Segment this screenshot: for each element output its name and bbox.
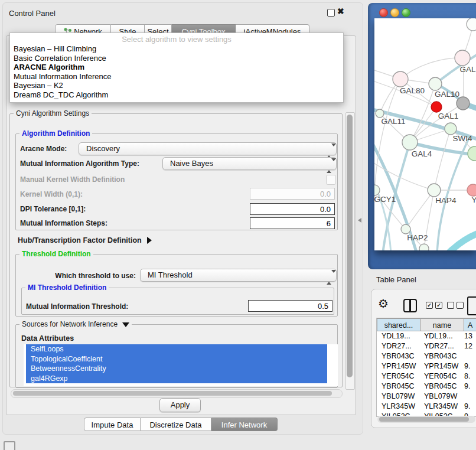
network-node[interactable]	[376, 109, 384, 118]
select-all-checkbox-icon[interactable]: ✓	[435, 302, 442, 309]
algorithm-dropdown-prompt: Select algorithm to view settings	[10, 34, 343, 44]
table-cell: YPR145W	[420, 361, 461, 371]
network-node[interactable]	[429, 77, 442, 90]
table-row[interactable]: YDL19...YDL19...13	[377, 331, 476, 341]
horizontal-scrollbar[interactable]	[11, 389, 343, 398]
table-row[interactable]: YER054CYER054C8.	[377, 371, 476, 381]
select-all-checkbox-icon[interactable]: ✓	[426, 302, 433, 309]
table-cell: YLR345W	[377, 402, 420, 412]
table-header-row: shared... name A	[377, 318, 476, 331]
mi-steps-field[interactable]: 6	[250, 217, 335, 229]
tab-infer-network[interactable]: Infer Network	[211, 418, 278, 431]
table-icon[interactable]	[467, 296, 476, 315]
scrollbar-thumb[interactable]	[347, 115, 353, 377]
algorithm-definition-legend: Algorithm Definition	[19, 129, 92, 138]
hub-definition-toggle[interactable]: Hub/Transcription Factor Definition	[18, 236, 152, 244]
list-item[interactable]: TopologicalCoefficient	[26, 354, 327, 364]
table-body: YDL19...YDL19...13YDR27...YDR27...12YBR0…	[377, 331, 476, 417]
network-node-label: GAL4	[412, 149, 432, 158]
list-item[interactable]: SelfLoops	[26, 344, 327, 354]
menu-item[interactable]: Mutual Information Inference	[10, 72, 343, 81]
network-canvas-svg: GALGAL80GAL10GAL1GAL11SWI4GAL4GCY1HAP4YH…	[374, 18, 476, 250]
menu-item[interactable]: Bayesian – K2	[10, 81, 343, 90]
aracne-mode-label: Aracne Mode:	[20, 145, 67, 153]
tab-impute-data[interactable]: Impute Data	[84, 418, 141, 431]
table-cell: YDL19...	[420, 331, 461, 341]
mi-algorithm-type-select[interactable]: Naive Bayes	[162, 157, 337, 170]
table-cell: YBR045C	[420, 381, 461, 392]
table-row[interactable]: YLR345WYLR345W9.	[377, 402, 476, 412]
mi-algorithm-type-label: Mutual Information Algorithm Type:	[20, 159, 139, 168]
vertical-scrollbar[interactable]	[345, 112, 355, 390]
table-cell: YPR145W	[377, 361, 420, 371]
menu-item[interactable]: Basic Correlation Inference	[10, 54, 343, 63]
network-canvas[interactable]: GALGAL80GAL10GAL1GAL11SWI4GAL4GCY1HAP4YH…	[374, 18, 476, 250]
close-icon[interactable]: ✖	[337, 6, 344, 16]
kernel-width-field[interactable]: 0.0	[250, 188, 335, 200]
table-row[interactable]: YBR043CYBR043C	[377, 351, 476, 361]
minimize-traffic-light[interactable]	[390, 8, 399, 17]
list-item[interactable]: gal4RGexp	[26, 374, 327, 384]
table-horizontal-scrollbar[interactable]	[377, 416, 475, 423]
network-node[interactable]	[401, 224, 410, 234]
dpi-tolerance-field[interactable]: 0.0	[250, 203, 335, 215]
network-node-label: HAP2	[407, 233, 428, 242]
network-node[interactable]	[468, 146, 476, 161]
table-cell: 12	[461, 341, 476, 351]
sources-legend[interactable]: Sources for Network Inference	[19, 320, 132, 328]
network-node[interactable]	[455, 50, 470, 66]
network-node[interactable]	[445, 123, 457, 135]
gear-icon[interactable]: ⚙	[378, 298, 389, 309]
splitter-collapse-arrow[interactable]	[358, 218, 361, 223]
deselect-checkbox-icon[interactable]	[447, 302, 454, 309]
minimized-panel-icon[interactable]	[4, 441, 15, 450]
table-row[interactable]: YBR045CYBR045C9.	[377, 381, 476, 392]
deselect-checkbox-icon[interactable]	[457, 302, 464, 309]
chevron-updown-icon	[327, 145, 332, 154]
kernel-width-label: Kernel Width (0,1):	[20, 190, 83, 198]
network-node[interactable]	[402, 135, 418, 150]
table-cell	[461, 392, 476, 402]
float-icon[interactable]	[327, 9, 335, 17]
network-node[interactable]	[431, 102, 442, 112]
table-cell: 13	[461, 331, 476, 341]
table-row[interactable]: YBL079WYBL079W	[377, 392, 476, 402]
table-cell: YBL079W	[420, 392, 461, 402]
manual-kernel-width-checkbox[interactable]	[326, 175, 336, 185]
menu-item-highlighted[interactable]: ARACNE Algorithm	[10, 63, 343, 72]
mi-threshold-field[interactable]: 0.5	[248, 300, 332, 312]
table-row[interactable]: YPR145WYPR145W9.	[377, 361, 476, 371]
list-item[interactable]: BetweennessCentrality	[26, 364, 327, 374]
bottom-tabbar: Impute Data Discretize Data Infer Networ…	[84, 418, 278, 431]
data-attributes-list[interactable]: SelfLoops TopologicalCoefficient Between…	[24, 344, 338, 386]
column-header[interactable]: shared...	[377, 318, 420, 331]
table-cell: YBR045C	[377, 381, 420, 392]
table-cell: YDR27...	[377, 341, 420, 351]
column-header[interactable]: A	[464, 318, 476, 331]
network-node-label: HAP4	[435, 196, 457, 205]
mi-threshold-label: Mutual Information Threshold:	[26, 302, 128, 311]
scrollbar-thumb[interactable]	[379, 417, 469, 422]
zoom-traffic-light[interactable]	[402, 8, 410, 17]
close-traffic-light[interactable]	[379, 8, 388, 17]
menu-item[interactable]: Bayesian – Hill Climbing	[10, 44, 343, 54]
network-node[interactable]	[419, 244, 429, 250]
network-node[interactable]	[428, 184, 441, 197]
column-header[interactable]: name	[420, 318, 464, 331]
apply-button[interactable]: Apply	[159, 398, 201, 412]
network-node[interactable]	[393, 71, 408, 87]
network-node[interactable]	[467, 184, 476, 196]
table-cell: YBR043C	[377, 351, 420, 361]
scrollbar-thumb[interactable]	[13, 391, 332, 396]
menu-item[interactable]: Dream8 DC_TDC Algorithm	[10, 90, 343, 100]
aracne-mode-select[interactable]: Discovery	[79, 142, 337, 155]
table-row[interactable]: YDR27...YDR27...12	[377, 341, 476, 351]
network-node[interactable]	[457, 97, 470, 110]
network-node-label: GAL	[459, 65, 476, 74]
network-node[interactable]	[467, 18, 476, 31]
table-cell: YBL079W	[377, 392, 420, 402]
tab-discretize-data[interactable]: Discretize Data	[141, 418, 211, 431]
screen: { "control_panel": { "title": "Control P…	[0, 0, 476, 450]
which-threshold-select[interactable]: MI Threshold	[140, 269, 337, 282]
column-view-icon[interactable]	[403, 299, 417, 312]
